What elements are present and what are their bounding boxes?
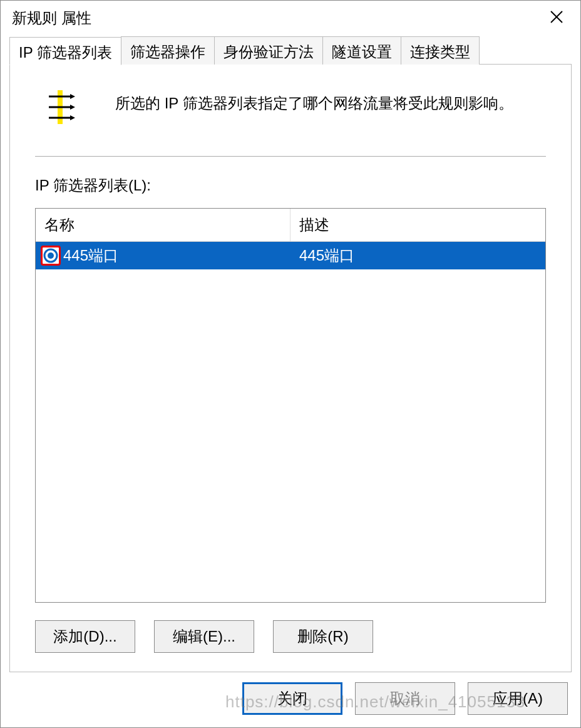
info-row: 所选的 IP 筛选器列表指定了哪个网络流量将受此规则影响。: [35, 90, 546, 125]
add-button[interactable]: 添加(D)...: [35, 620, 135, 653]
radio-selected-icon[interactable]: [43, 248, 58, 263]
close-dialog-button[interactable]: 关闭: [242, 682, 342, 715]
svg-marker-4: [70, 94, 75, 99]
tab-ip-filter-list[interactable]: IP 筛选器列表: [9, 37, 121, 65]
tab-auth-method[interactable]: 身份验证方法: [214, 36, 323, 65]
list-label: IP 筛选器列表(L):: [35, 175, 546, 195]
column-header-name[interactable]: 名称: [36, 209, 290, 241]
filter-icon: [48, 90, 78, 125]
ip-filter-list[interactable]: 名称 描述 445端口: [35, 208, 546, 603]
list-cell-name: 445端口: [36, 242, 290, 269]
dialog-button-row: 关闭 取消 应用(A): [1, 672, 580, 727]
tab-filter-action[interactable]: 筛选器操作: [121, 36, 215, 65]
edit-button[interactable]: 编辑(E)...: [154, 620, 254, 653]
apply-button[interactable]: 应用(A): [468, 682, 568, 715]
divider: [35, 156, 546, 157]
column-header-desc[interactable]: 描述: [290, 209, 545, 241]
list-header: 名称 描述: [36, 209, 545, 242]
list-row[interactable]: 445端口 445端口: [36, 242, 545, 269]
titlebar: 新规则 属性: [1, 1, 580, 36]
svg-marker-6: [70, 105, 75, 110]
close-icon: [550, 9, 563, 28]
tab-strip: IP 筛选器列表 筛选器操作 身份验证方法 隧道设置 连接类型: [9, 36, 572, 65]
list-buttons: 添加(D)... 编辑(E)... 删除(R): [35, 620, 546, 653]
properties-dialog: 新规则 属性 IP 筛选器列表 筛选器操作 身份验证方法 隧道设置 连接类型: [0, 0, 581, 728]
close-button[interactable]: [544, 6, 569, 31]
radio-highlight: [41, 246, 61, 266]
svg-point-10: [48, 252, 54, 259]
tab-connection-type[interactable]: 连接类型: [401, 36, 480, 65]
list-cell-desc: 445端口: [290, 242, 545, 269]
row-name-text: 445端口: [63, 246, 118, 266]
svg-marker-8: [70, 115, 75, 120]
remove-button[interactable]: 删除(R): [273, 620, 373, 653]
tab-panel-ip-filter: 所选的 IP 筛选器列表指定了哪个网络流量将受此规则影响。 IP 筛选器列表(L…: [9, 64, 572, 672]
cancel-button[interactable]: 取消: [355, 682, 455, 715]
panel-description: 所选的 IP 筛选器列表指定了哪个网络流量将受此规则影响。: [115, 90, 513, 115]
dialog-title: 新规则 属性: [12, 8, 91, 28]
tab-tunnel-settings[interactable]: 隧道设置: [322, 36, 401, 65]
